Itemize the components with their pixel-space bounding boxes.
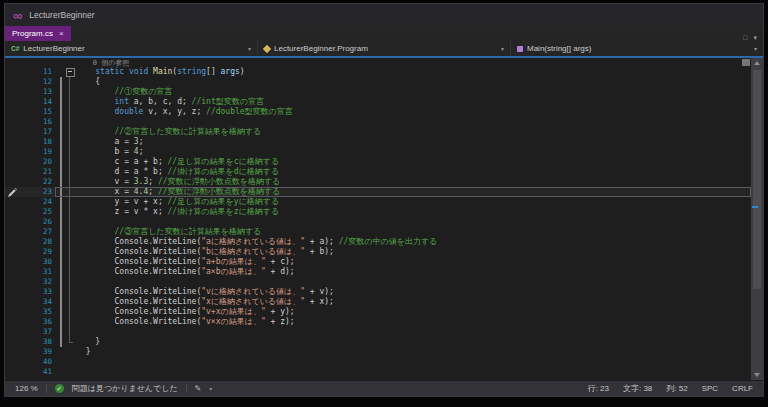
code-line-12[interactable]: 12 {: [5, 77, 751, 87]
type-name: LecturerBeginner.Program: [274, 44, 368, 53]
code-line-13[interactable]: 13 //①変数の宣言: [5, 87, 751, 97]
fold-margin: [65, 197, 76, 207]
line-number[interactable]: 11: [19, 67, 57, 77]
column-indicator[interactable]: 列: 52: [666, 383, 687, 394]
line-number[interactable]: 21: [19, 167, 57, 177]
line-number[interactable]: 22: [19, 177, 57, 187]
line-number[interactable]: 34: [19, 297, 57, 307]
code-line-27[interactable]: 27 //③宣言した変数に計算結果を格納する: [5, 227, 751, 237]
code-line-15[interactable]: 15 double v, x, y, z; //double型変数の宣言: [5, 107, 751, 117]
line-number[interactable]: 38: [19, 337, 57, 347]
code-line-24[interactable]: 24 y = v + x; //足し算の結果をyに格納する: [5, 197, 751, 207]
split-gripper[interactable]: [742, 59, 750, 66]
tab-program-cs[interactable]: Program.cs ×: [5, 26, 71, 41]
code-line-40[interactable]: 40: [5, 357, 751, 367]
active-files-chevron-down-icon[interactable]: ▾: [753, 34, 757, 41]
project-dropdown[interactable]: LecturerBeginner ▾: [5, 41, 258, 56]
chevron-down-icon[interactable]: ▾: [209, 385, 212, 392]
line-number[interactable]: 28: [19, 237, 57, 247]
code-line-34[interactable]: 34 Console.WriteLine("xに格納されている値は、" + x)…: [5, 297, 751, 307]
change-track-margin: [57, 107, 65, 117]
status-message[interactable]: 問題は見つかりませんでした: [72, 383, 178, 394]
code-text: v = 3.3; //変数に浮動小数点数を格納する: [76, 177, 751, 187]
fold-margin: [65, 147, 76, 157]
character-indicator[interactable]: 文字: 38: [623, 383, 652, 394]
code-line-28[interactable]: 28 Console.WriteLine("aに格納されている値は、" + a)…: [5, 237, 751, 247]
line-number[interactable]: 35: [19, 307, 57, 317]
fold-margin: [65, 307, 76, 317]
line-number[interactable]: 13: [19, 87, 57, 97]
line-number[interactable]: 32: [19, 277, 57, 287]
code-line-21[interactable]: 21 d = a * b; //掛け算の結果をdに格納する: [5, 167, 751, 177]
code-line-25[interactable]: 25 z = v * x; //掛け算の結果をzに格納する: [5, 207, 751, 217]
line-number[interactable]: 41: [19, 367, 57, 377]
code-line-26[interactable]: 26: [5, 217, 751, 227]
code-line-19[interactable]: 19 b = 4;: [5, 147, 751, 157]
line-number[interactable]: 39: [19, 347, 57, 357]
line-number[interactable]: 17: [19, 127, 57, 137]
line-number[interactable]: 12: [19, 77, 57, 87]
pencil-icon[interactable]: ✎: [195, 384, 202, 393]
line-number[interactable]: 31: [19, 267, 57, 277]
code-line-33[interactable]: 33 Console.WriteLine("vに格納されている値は、" + v)…: [5, 287, 751, 297]
code-line-41[interactable]: 41: [5, 367, 751, 377]
float-window-icon[interactable]: □: [743, 34, 747, 41]
member-name: Main(string[] args): [527, 44, 591, 53]
code-line-31[interactable]: 31 Console.WriteLine("a×bの結果は、" + d);: [5, 267, 751, 277]
line-number[interactable]: 14: [19, 97, 57, 107]
fold-margin: [65, 287, 76, 297]
code-line-20[interactable]: 20 c = a + b; //足し算の結果をcに格納する: [5, 157, 751, 167]
line-number[interactable]: 33: [19, 287, 57, 297]
line-number[interactable]: 26: [19, 217, 57, 227]
line-number[interactable]: 24: [19, 197, 57, 207]
code-line-30[interactable]: 30 Console.WriteLine("a+bの結果は、" + c);: [5, 257, 751, 267]
code-line-18[interactable]: 18 a = 3;: [5, 137, 751, 147]
line-number[interactable]: 25: [19, 207, 57, 217]
change-track-margin: [57, 267, 65, 277]
code-line-38[interactable]: 38 }: [5, 337, 751, 347]
line-number[interactable]: 15: [19, 107, 57, 117]
code-line-29[interactable]: 29 Console.WriteLine("bに格納されている値は、" + b)…: [5, 247, 751, 257]
line-number[interactable]: 37: [19, 327, 57, 337]
line-number[interactable]: 27: [19, 227, 57, 237]
class-icon: [263, 44, 271, 52]
zoom-level[interactable]: 126 %: [15, 384, 38, 393]
vertical-scrollbar[interactable]: [751, 58, 763, 380]
code-line-17[interactable]: 17 //②宣言した変数に計算結果を格納する: [5, 127, 751, 137]
scrollbar-thumb[interactable]: [753, 70, 761, 289]
type-dropdown[interactable]: LecturerBeginner.Program ▾: [258, 41, 511, 56]
member-dropdown[interactable]: Main(string[] args) ▾: [511, 41, 763, 56]
line-number[interactable]: 40: [19, 357, 57, 367]
line-ending-indicator[interactable]: CRLF: [732, 384, 753, 393]
line-number[interactable]: 29: [19, 247, 57, 257]
code-line-16[interactable]: 16: [5, 117, 751, 127]
line-number[interactable]: 20: [19, 157, 57, 167]
scroll-down-button[interactable]: [754, 373, 760, 377]
line-number[interactable]: 19: [19, 147, 57, 157]
line-number[interactable]: 18: [19, 137, 57, 147]
csharp-project-icon: [11, 44, 19, 53]
line-number[interactable]: 36: [19, 317, 57, 327]
code-line-39[interactable]: 39 }: [5, 347, 751, 357]
line-number[interactable]: 16: [19, 117, 57, 127]
code-text: Console.WriteLine("xに格納されている値は、" + x);: [76, 297, 751, 307]
line-number[interactable]: 30: [19, 257, 57, 267]
code-line-32[interactable]: 32: [5, 277, 751, 287]
collapse-region-icon[interactable]: [65, 67, 76, 77]
code-line-35[interactable]: 35 Console.WriteLine("v+xの結果は、" + y);: [5, 307, 751, 317]
code-editor[interactable]: 0 個の参照11 static void Main(string[] args)…: [5, 58, 763, 380]
codelens-row[interactable]: 0 個の参照: [5, 58, 751, 67]
title-bar[interactable]: ∞ LecturerBeginner: [5, 4, 763, 26]
line-number[interactable]: 23: [19, 187, 57, 197]
line-indicator[interactable]: 行: 23: [588, 383, 609, 394]
tab-close-icon[interactable]: ×: [59, 30, 64, 38]
code-text: }: [76, 337, 751, 347]
scroll-up-button[interactable]: [754, 61, 760, 65]
indent-mode-indicator[interactable]: SPC: [702, 384, 718, 393]
code-line-36[interactable]: 36 Console.WriteLine("v×xの結果は、" + z);: [5, 317, 751, 327]
code-line-37[interactable]: 37: [5, 327, 751, 337]
code-line-23[interactable]: 23 x = 4.4; //変数に浮動小数点数を格納する: [5, 187, 751, 197]
code-line-22[interactable]: 22 v = 3.3; //変数に浮動小数点数を格納する: [5, 177, 751, 187]
code-line-11[interactable]: 11 static void Main(string[] args): [5, 67, 751, 77]
code-line-14[interactable]: 14 int a, b, c, d; //int型変数の宣言: [5, 97, 751, 107]
